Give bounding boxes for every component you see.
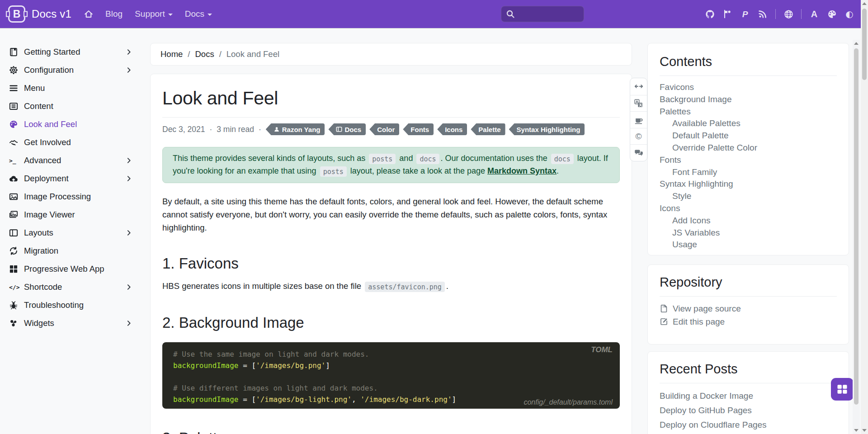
scroll-up-arrow[interactable] [862,2,867,5]
copyright-button[interactable]: © [630,128,647,145]
tag-badge[interactable]: Fonts [403,123,434,135]
search-icon [506,9,515,19]
toc-link-available-palettes[interactable]: Available Palettes [660,118,837,130]
toc-link-override-palette-color[interactable]: Override Palette Color [660,142,837,154]
sidebar-item-get-involved[interactable]: Get Involved [7,133,134,151]
chevron-right-icon [126,49,132,55]
docs-category-icon [336,126,342,132]
tag-badge[interactable]: Icons [437,123,467,135]
grid-icon [9,264,18,274]
recent-post-link[interactable]: Deploy to GitHub Pages [660,403,837,418]
recent-post-link[interactable]: Building a Docker Image [660,389,837,403]
divider [801,9,802,19]
sidebar-item-image-viewer[interactable]: Image Viewer [7,206,134,224]
sidebar-scrollbar [853,40,860,434]
brand-link[interactable]: B Docs v1 [8,5,71,23]
read-time: 3 min read [217,125,254,134]
palette-icon[interactable] [827,9,837,19]
category-badge[interactable]: Docs [328,123,366,135]
sidebar-item-look-and-feel[interactable]: Look and Feel [7,115,134,133]
author-badge[interactable]: Razon Yang [266,123,325,135]
person-icon [274,126,280,132]
inline-code: posts [369,154,396,164]
sidebar-item-deployment[interactable]: Deployment [7,170,134,188]
inline-link[interactable]: Markdown Syntax [487,166,557,175]
toc-link-favicons[interactable]: Favicons [660,81,837,94]
edit-this-page-link[interactable]: Edit this page [660,315,837,328]
width-toggle-button[interactable] [630,78,647,95]
nav-home-link[interactable] [84,9,93,19]
tag-badge[interactable]: Syntax Highlighting [509,123,585,135]
search-input[interactable] [519,9,577,19]
toc-link-palettes[interactable]: Palettes [660,106,837,118]
article-date: Dec 3, 2021 [162,125,205,134]
breadcrumb-docs-link[interactable]: Docs [195,49,214,59]
font-size-icon[interactable]: A [809,9,819,19]
sidebar-item-configuration[interactable]: Configuration [7,61,134,79]
github-icon[interactable] [705,9,715,19]
scrollbar-thumb[interactable] [854,48,859,405]
view-page-source-link[interactable]: View page source [660,302,837,315]
sidebar-item-menu[interactable]: Menu [7,79,134,97]
inline-code: assets/favicon.png [365,282,445,292]
sidebar-item-getting-started[interactable]: Getting Started [7,43,134,61]
toc-link-syntax-highlighting[interactable]: Syntax Highlighting [660,178,837,190]
breadcrumb-home-link[interactable]: Home [160,49,183,59]
inline-str: '/images/bg-dark.png' [360,395,452,404]
tag-badge[interactable]: Palette [471,123,505,135]
scroll-down-arrow[interactable] [862,429,867,432]
toc-link-font-family[interactable]: Font Family [660,166,837,179]
recent-post-link[interactable]: Deploy to Netlify [660,432,837,434]
sidebar-item-image-processing[interactable]: Image Processing [7,188,134,206]
scrollbar-thumb[interactable] [862,9,867,80]
nav-support-dropdown[interactable]: Support [135,9,173,19]
favicons-paragraph: HBS generates icons in multiple sizes ba… [162,279,620,293]
inline-punc: [ [251,395,256,404]
journal-icon [9,47,18,57]
toc-link-icons[interactable]: Icons [660,203,837,215]
inline-prop: backgroundImage [173,361,239,370]
sidebar-item-advanced[interactable]: >_ Advanced [7,151,134,170]
inline-code: docs [416,154,439,164]
sidebar-item-widgets[interactable]: Widgets [7,314,134,332]
nav-blog-link[interactable]: Blog [105,9,123,19]
scroll-down-arrow[interactable] [854,429,859,432]
scroll-up-arrow[interactable] [854,42,859,45]
sidebar-item-troubleshooting[interactable]: Troubleshooting [7,296,134,314]
nav-docs-dropdown[interactable]: Docs [185,9,212,19]
recent-post-link[interactable]: Deploy on Cloudflare Pages [660,418,837,432]
contents-title: Contents [660,54,837,69]
sidebar-item-progressive-web-app[interactable]: Progressive Web App [7,260,134,278]
toc-link-js-variables[interactable]: JS Variables [660,227,837,239]
widgets-fab-button[interactable] [831,378,854,401]
sponsor-flag-icon[interactable] [722,9,732,19]
globe-icon[interactable] [783,9,793,19]
inline-op: = [239,361,252,370]
sidebar-item-content[interactable]: Content [7,97,134,115]
sidebar-item-migration[interactable]: Migration [7,242,134,260]
brand-title: Docs v1 [32,8,71,20]
coffee-button[interactable] [630,111,647,128]
breadcrumb: Home / Docs / Look and Feel [150,43,632,66]
sidebar-item-layouts[interactable]: Layouts [7,224,134,242]
toc-link-fonts[interactable]: Fonts [660,154,837,166]
toc-link-default-palette[interactable]: Default Palette [660,130,837,142]
toc-link-style[interactable]: Style [660,190,837,203]
toc-link-background-image[interactable]: Background Image [660,94,837,106]
toc-link-usage[interactable]: Usage [660,239,837,251]
comments-button[interactable] [630,144,647,161]
rss-icon[interactable] [758,9,768,19]
sidebar-item-shortcode[interactable]: </> Shortcode [7,278,134,296]
divider [162,117,620,118]
inline-op: = [239,395,252,404]
info-alert: This theme provides several kinds of lay… [162,147,620,183]
tag-badge[interactable]: Color [369,123,399,135]
paypal-icon[interactable]: P [740,9,750,19]
translate-icon [634,99,643,108]
translate-button[interactable] [630,95,647,112]
contrast-icon[interactable]: ◐ [844,9,854,19]
navbar: B Docs v1 Blog Support Docs P A [0,0,861,28]
search-box[interactable] [501,6,584,22]
toc-link-add-icons[interactable]: Add Icons [660,215,837,227]
inline-punc: , [352,395,360,404]
